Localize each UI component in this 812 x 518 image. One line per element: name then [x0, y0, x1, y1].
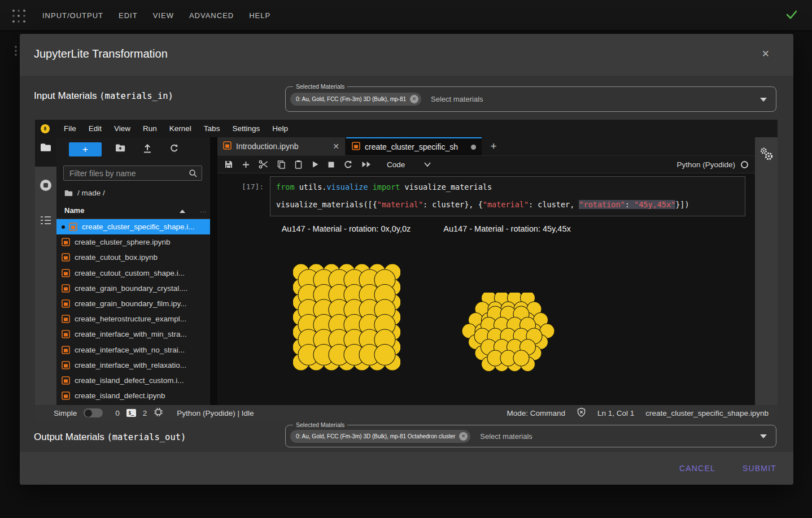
jupyter-menu-view[interactable]: View	[108, 124, 137, 133]
filter-files-input[interactable]	[63, 166, 202, 181]
left-activity-rail	[35, 137, 56, 405]
chip-remove-icon[interactable]: ✕	[459, 432, 468, 441]
settings-gears-icon[interactable]	[758, 146, 774, 164]
output-materials-label: Output Materials (materials_out)	[34, 432, 186, 443]
submit-button[interactable]: SUBMIT	[743, 464, 776, 473]
file-item[interactable]: create_grain_boundary_film.ipy...	[56, 296, 210, 311]
notebook-file-icon	[62, 253, 70, 262]
topbar-menu-view[interactable]: VIEW	[153, 11, 174, 20]
notebook-file-icon	[62, 346, 70, 354]
interrupt-kernel-icon[interactable]	[328, 161, 335, 168]
notebook-file-icon	[62, 238, 70, 246]
terminal-count[interactable]: 0	[115, 409, 120, 417]
selected-materials-legend: Selected Materials	[293, 83, 347, 90]
chevron-down-icon[interactable]	[760, 98, 767, 102]
app-root: INPUT/OUTPUTEDITVIEWADVANCEDHELP Jupyter…	[0, 0, 812, 518]
input-materials-select[interactable]: Selected Materials 0: Au, Gold, FCC (Fm-…	[285, 86, 776, 112]
paste-cells-icon[interactable]	[294, 160, 303, 169]
file-name: create_cluster_sphere.ipynb	[75, 238, 171, 246]
name-column-header[interactable]: Name	[64, 206, 84, 215]
file-item[interactable]: create_island_defect_custom.i...	[56, 373, 210, 388]
chevron-down-icon[interactable]	[424, 162, 431, 167]
jupyter-menu-settings[interactable]: Settings	[226, 124, 266, 133]
topbar-menu-input-output[interactable]: INPUT/OUTPUT	[42, 11, 103, 20]
cell-type-select[interactable]: Code	[387, 160, 405, 169]
kernel-indicator[interactable]: Python (Pyodide)	[676, 160, 755, 169]
restart-run-all-icon[interactable]	[361, 160, 372, 168]
selected-materials-legend: Selected Materials	[293, 421, 347, 428]
notebook-content[interactable]: [17]: from utils.visualize import visual…	[217, 173, 755, 405]
running-kernels-icon[interactable]	[40, 179, 52, 194]
file-item[interactable]: create_interface_with_min_stra...	[56, 327, 210, 342]
insert-cell-icon[interactable]	[242, 160, 250, 169]
cancel-button[interactable]: CANCEL	[679, 464, 715, 473]
topbar-menu-advanced[interactable]: ADVANCED	[189, 11, 234, 20]
output-materials-select[interactable]: Selected Materials 0: Au, Gold, FCC (Fm-…	[285, 425, 776, 447]
file-item[interactable]: create_interface_with_no_strai...	[56, 342, 210, 358]
apps-grid-icon[interactable]	[12, 10, 26, 23]
close-tab-icon[interactable]: ✕	[333, 142, 339, 151]
simple-mode-toggle[interactable]	[84, 408, 103, 417]
cut-cells-icon[interactable]	[259, 160, 268, 169]
panel-divider[interactable]	[210, 137, 217, 405]
kernel-status-text[interactable]: Python (Pyodide) | Idle	[177, 409, 254, 417]
kernel-name: Python (Pyodide)	[676, 160, 735, 169]
success-check-icon	[785, 9, 798, 20]
tab-introduction[interactable]: Introduction.ipynb ✕	[217, 137, 346, 155]
file-item[interactable]: create_island_defect.ipynb	[56, 388, 210, 403]
topbar-menu-edit[interactable]: EDIT	[119, 11, 138, 20]
copy-cells-icon[interactable]	[277, 160, 286, 169]
refresh-icon[interactable]	[169, 143, 179, 155]
input-materials-var: (materials_in)	[99, 91, 173, 101]
unsaved-changes-dot	[471, 145, 476, 150]
jupyter-menu-tabs[interactable]: Tabs	[198, 124, 226, 133]
notebook-file-icon	[69, 223, 77, 231]
table-of-contents-icon[interactable]	[40, 215, 51, 228]
file-item[interactable]: create_grain_boundary_crystal....	[56, 281, 210, 296]
new-launcher-button[interactable]: +	[69, 142, 102, 156]
topbar-menu-help[interactable]: HELP	[249, 11, 270, 20]
jupyter-menu-run[interactable]: Run	[137, 124, 163, 133]
trust-shield-icon[interactable]	[577, 407, 586, 419]
add-tab-button[interactable]: +	[482, 137, 505, 155]
input-material-chip[interactable]: 0: Au, Gold, FCC (Fm-3m) 3D (Bulk), mp-8…	[290, 93, 421, 106]
jupyter-menu-help[interactable]: Help	[266, 124, 294, 133]
upload-icon[interactable]	[143, 143, 152, 155]
output-material-chip[interactable]: 0: Au, Gold, FCC (Fm-3m) 3D (Bulk), mp-8…	[290, 430, 470, 443]
notebook-panel: Introduction.ipynb ✕ create_cluster_spec…	[217, 137, 755, 405]
restart-kernel-icon[interactable]	[343, 160, 353, 169]
notebook-file-icon	[62, 376, 70, 385]
jupyterlite-frame: FileEditViewRunKernelTabsSettingsHelp	[35, 120, 778, 421]
file-item[interactable]: create_interface_with_relaxatio...	[56, 358, 210, 373]
jupyter-status-bar: Simple 0 $_ 2 Python (Pyod	[35, 405, 778, 421]
file-browser-icon[interactable]	[40, 143, 51, 154]
select-materials-placeholder: Select materials	[431, 95, 483, 103]
file-list-header[interactable]: Name …	[56, 203, 210, 219]
file-name: create_island_defect.ipynb	[75, 391, 165, 400]
file-item[interactable]: create_cutout_box.ipynb	[56, 250, 210, 265]
breadcrumb-path: / made /	[77, 189, 105, 197]
jupyter-menu-file[interactable]: File	[58, 124, 82, 133]
save-icon[interactable]	[224, 160, 233, 169]
code-cell[interactable]: from utils.visualize import visualize_ma…	[270, 176, 745, 216]
cursor-position[interactable]: Ln 1, Col 1	[597, 409, 634, 417]
file-item[interactable]: create_cluster_sphere.ipynb	[56, 234, 210, 250]
file-name: create_interface_with_min_stra...	[75, 330, 187, 338]
file-item[interactable]: create_cluster_specific_shape.i...	[56, 219, 210, 234]
tab-create-cluster-specific-shape[interactable]: create_cluster_specific_sh	[346, 137, 482, 155]
notebook-file-icon	[62, 284, 70, 293]
top-menu: INPUT/OUTPUTEDITVIEWADVANCEDHELP	[42, 0, 270, 31]
jupyter-menu-edit[interactable]: Edit	[82, 124, 108, 133]
close-icon[interactable]: ✕	[762, 48, 770, 60]
run-cell-icon[interactable]	[311, 160, 319, 168]
chevron-down-icon[interactable]	[760, 434, 767, 438]
file-item[interactable]: create_cutout_custom_shape.i...	[56, 265, 210, 281]
file-name: create_grain_boundary_crystal....	[75, 284, 187, 293]
new-folder-icon[interactable]	[115, 143, 126, 155]
toggle-knob	[85, 410, 92, 417]
chip-remove-icon[interactable]: ✕	[410, 95, 418, 103]
breadcrumb[interactable]: / made /	[64, 189, 105, 197]
file-item[interactable]: create_heterostructure_exampl...	[56, 311, 210, 327]
kernel-count[interactable]: 2	[143, 409, 147, 417]
jupyter-menu-kernel[interactable]: Kernel	[163, 124, 198, 133]
